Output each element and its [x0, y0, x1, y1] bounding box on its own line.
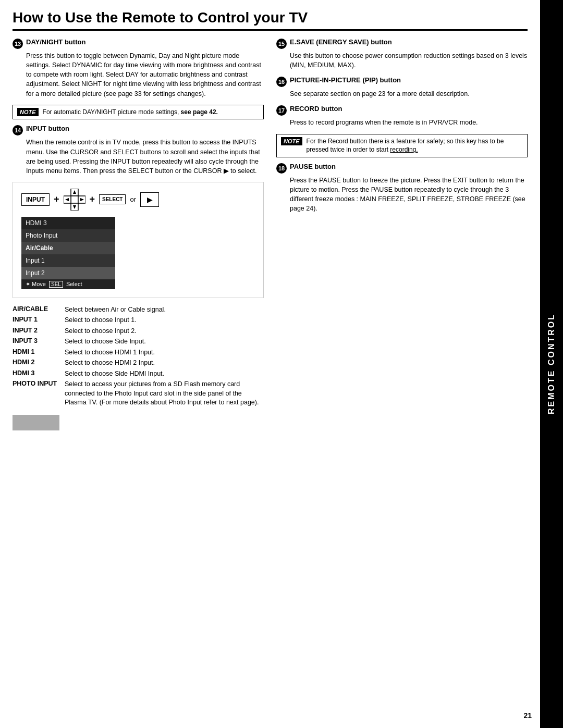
section-18-title: PAUSE button: [290, 163, 336, 170]
menu-item-hdmi3: HDMI 3: [21, 217, 115, 229]
note-13-label: NOTE: [17, 108, 39, 116]
section-16-num: 16: [276, 77, 287, 87]
input-list: AIR/CABLE Select between Air or Cable si…: [13, 305, 264, 408]
list-val-hdmi1: Select to choose HDMI 1 Input.: [65, 348, 264, 357]
list-item-input1: INPUT 1 Select to choose Input 1.: [13, 316, 264, 325]
section-18-header: 18 PAUSE button: [276, 163, 528, 174]
section-15-body: Use this button to choose power consumpt…: [290, 51, 528, 70]
section-13-num: 13: [13, 39, 23, 49]
sel-badge: SEL: [49, 281, 63, 288]
cursor-button: ▶: [140, 192, 159, 207]
note-13-text: For automatic DAY/NIGHT picture mode set…: [43, 108, 218, 117]
section-13-body: Press this button to toggle between Dyna…: [26, 51, 264, 98]
list-item-hdmi3: HDMI 3 Select to choose Side HDMI Input.: [13, 369, 264, 379]
section-17-header: 17 RECORD button: [276, 105, 528, 116]
menu-footer: ✦ Move SEL Select: [21, 279, 115, 289]
list-val-photo-input: Select to access your pictures from a SD…: [65, 380, 264, 408]
list-key-input3: INPUT 3: [13, 337, 59, 344]
section-16-body: See separate section on page 23 for a mo…: [290, 89, 528, 98]
select-button-label: SELECT: [99, 194, 126, 204]
select-label: Select: [66, 281, 82, 287]
or-text: or: [130, 195, 136, 203]
input-diagram: INPUT +: [13, 182, 264, 298]
col-right: 15 E.SAVE (ENERGY SAVE) button Use this …: [276, 38, 528, 430]
menu-item-photo-input: Photo Input: [21, 229, 115, 242]
input-button-label: INPUT: [21, 193, 50, 206]
sidebar-label: REMOTE CONTROL: [547, 314, 556, 415]
sidebar: REMOTE CONTROL: [540, 0, 563, 728]
list-val-input3: Select to choose Side Input.: [65, 337, 264, 347]
dpad-icon: [64, 189, 85, 211]
list-val-air-cable: Select between Air or Cable signal.: [65, 305, 264, 315]
section-17-title: RECORD button: [290, 105, 342, 113]
page-title: How to Use the Remote to Control your TV: [13, 9, 528, 31]
gray-rectangle: [13, 415, 59, 430]
list-key-hdmi2: HDMI 2: [13, 359, 59, 366]
list-item-air-cable: AIR/CABLE Select between Air or Cable si…: [13, 305, 264, 315]
list-item-hdmi1: HDMI 1 Select to choose HDMI 1 Input.: [13, 348, 264, 357]
list-key-input2: INPUT 2: [13, 327, 59, 334]
section-17-num: 17: [276, 105, 287, 116]
list-item-input3: INPUT 3 Select to choose Side Input.: [13, 337, 264, 347]
section-15-title: E.SAVE (ENERGY SAVE) button: [290, 38, 392, 46]
section-18-body: Press the PAUSE button to freeze the pic…: [290, 176, 528, 214]
note-17: NOTE For the Record button there is a fe…: [276, 134, 528, 158]
note-17-label: NOTE: [281, 137, 302, 145]
list-item-input2: INPUT 2 Select to choose Input 2.: [13, 327, 264, 336]
page-container: REMOTE CONTROL How to Use the Remote to …: [0, 0, 563, 728]
move-label: ✦ Move: [26, 281, 46, 288]
list-key-air-cable: AIR/CABLE: [13, 305, 59, 313]
section-17-body: Press to record programs when the remote…: [290, 118, 528, 127]
section-15-header: 15 E.SAVE (ENERGY SAVE) button: [276, 38, 528, 49]
page-number: 21: [523, 711, 532, 720]
list-key-hdmi1: HDMI 1: [13, 348, 59, 355]
two-col-layout: 13 DAY/NIGHT button Press this button to…: [13, 38, 528, 430]
section-18-num: 18: [276, 163, 287, 174]
list-key-input1: INPUT 1: [13, 316, 59, 323]
list-item-photo-input: PHOTO INPUT Select to access your pictur…: [13, 380, 264, 408]
menu-dropdown: HDMI 3 Photo Input Air/Cable Input 1 Inp…: [21, 217, 115, 289]
svg-rect-2: [71, 196, 78, 203]
plus-sign-1: +: [54, 194, 59, 205]
list-val-hdmi2: Select to choose HDMI 2 Input.: [65, 359, 264, 368]
section-14-header: 14 INPUT button: [13, 125, 264, 135]
button-row: INPUT +: [21, 189, 159, 211]
menu-item-input2: Input 2: [21, 267, 115, 279]
list-item-hdmi2: HDMI 2 Select to choose HDMI 2 Input.: [13, 359, 264, 368]
list-val-hdmi3: Select to choose Side HDMI Input.: [65, 369, 264, 379]
main-content: How to Use the Remote to Control your TV…: [0, 0, 540, 443]
menu-item-air-cable: Air/Cable: [21, 242, 115, 254]
note-13: NOTE For automatic DAY/NIGHT picture mod…: [13, 105, 264, 120]
section-14-title: INPUT button: [26, 125, 69, 132]
section-15-num: 15: [276, 39, 287, 49]
section-13-header: 13 DAY/NIGHT button: [13, 38, 264, 49]
plus-sign-2: +: [90, 194, 95, 205]
note-17-text: For the Record button there is a feature…: [307, 137, 523, 155]
list-key-hdmi3: HDMI 3: [13, 369, 59, 377]
section-16-header: 16 PICTURE-IN-PICTURE (PIP) button: [276, 76, 528, 87]
section-14-body: When the remote control is in TV mode, p…: [26, 138, 264, 176]
section-16-title: PICTURE-IN-PICTURE (PIP) button: [290, 76, 401, 84]
list-key-photo-input: PHOTO INPUT: [13, 380, 59, 387]
section-13-title: DAY/NIGHT button: [26, 38, 85, 46]
section-14-num: 14: [13, 125, 23, 135]
list-val-input1: Select to choose Input 1.: [65, 316, 264, 325]
list-val-input2: Select to choose Input 2.: [65, 327, 264, 336]
col-left: 13 DAY/NIGHT button Press this button to…: [13, 38, 264, 430]
note-17-bold: recording.: [390, 146, 418, 153]
menu-item-input1: Input 1: [21, 254, 115, 267]
